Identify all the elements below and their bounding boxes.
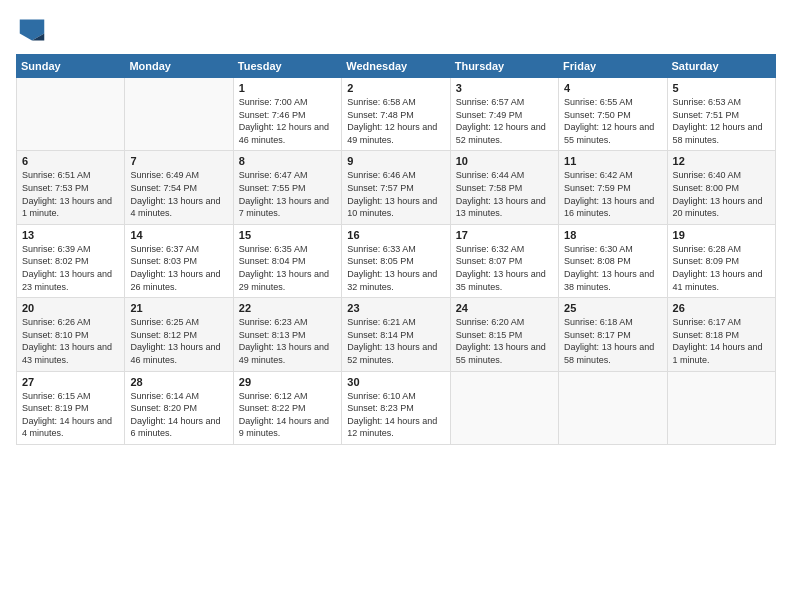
day-info: Sunrise: 6:53 AM Sunset: 7:51 PM Dayligh… <box>673 96 770 146</box>
day-info: Sunrise: 6:33 AM Sunset: 8:05 PM Dayligh… <box>347 243 444 293</box>
calendar-cell: 8Sunrise: 6:47 AM Sunset: 7:55 PM Daylig… <box>233 151 341 224</box>
day-number: 13 <box>22 229 119 241</box>
weekday-header-sunday: Sunday <box>17 55 125 78</box>
day-number: 30 <box>347 376 444 388</box>
calendar-cell: 12Sunrise: 6:40 AM Sunset: 8:00 PM Dayli… <box>667 151 775 224</box>
calendar-body: 1Sunrise: 7:00 AM Sunset: 7:46 PM Daylig… <box>17 78 776 445</box>
calendar-cell: 22Sunrise: 6:23 AM Sunset: 8:13 PM Dayli… <box>233 298 341 371</box>
calendar-cell: 23Sunrise: 6:21 AM Sunset: 8:14 PM Dayli… <box>342 298 450 371</box>
day-number: 14 <box>130 229 227 241</box>
calendar-cell: 14Sunrise: 6:37 AM Sunset: 8:03 PM Dayli… <box>125 224 233 297</box>
day-number: 3 <box>456 82 553 94</box>
day-info: Sunrise: 6:21 AM Sunset: 8:14 PM Dayligh… <box>347 316 444 366</box>
calendar-cell: 30Sunrise: 6:10 AM Sunset: 8:23 PM Dayli… <box>342 371 450 444</box>
day-number: 1 <box>239 82 336 94</box>
calendar-cell: 3Sunrise: 6:57 AM Sunset: 7:49 PM Daylig… <box>450 78 558 151</box>
day-number: 5 <box>673 82 770 94</box>
week-row-3: 13Sunrise: 6:39 AM Sunset: 8:02 PM Dayli… <box>17 224 776 297</box>
day-number: 4 <box>564 82 661 94</box>
day-number: 26 <box>673 302 770 314</box>
logo-icon <box>16 16 48 44</box>
calendar-cell: 15Sunrise: 6:35 AM Sunset: 8:04 PM Dayli… <box>233 224 341 297</box>
day-info: Sunrise: 6:37 AM Sunset: 8:03 PM Dayligh… <box>130 243 227 293</box>
calendar-cell: 2Sunrise: 6:58 AM Sunset: 7:48 PM Daylig… <box>342 78 450 151</box>
calendar-cell: 28Sunrise: 6:14 AM Sunset: 8:20 PM Dayli… <box>125 371 233 444</box>
calendar-cell: 17Sunrise: 6:32 AM Sunset: 8:07 PM Dayli… <box>450 224 558 297</box>
calendar-cell: 19Sunrise: 6:28 AM Sunset: 8:09 PM Dayli… <box>667 224 775 297</box>
day-info: Sunrise: 6:51 AM Sunset: 7:53 PM Dayligh… <box>22 169 119 219</box>
day-number: 24 <box>456 302 553 314</box>
day-number: 7 <box>130 155 227 167</box>
calendar-cell: 9Sunrise: 6:46 AM Sunset: 7:57 PM Daylig… <box>342 151 450 224</box>
calendar-cell <box>450 371 558 444</box>
day-info: Sunrise: 7:00 AM Sunset: 7:46 PM Dayligh… <box>239 96 336 146</box>
day-number: 6 <box>22 155 119 167</box>
day-info: Sunrise: 6:10 AM Sunset: 8:23 PM Dayligh… <box>347 390 444 440</box>
logo <box>16 16 52 44</box>
day-number: 19 <box>673 229 770 241</box>
day-number: 28 <box>130 376 227 388</box>
day-info: Sunrise: 6:12 AM Sunset: 8:22 PM Dayligh… <box>239 390 336 440</box>
day-number: 11 <box>564 155 661 167</box>
calendar-cell: 10Sunrise: 6:44 AM Sunset: 7:58 PM Dayli… <box>450 151 558 224</box>
day-info: Sunrise: 6:58 AM Sunset: 7:48 PM Dayligh… <box>347 96 444 146</box>
calendar-cell: 7Sunrise: 6:49 AM Sunset: 7:54 PM Daylig… <box>125 151 233 224</box>
day-number: 23 <box>347 302 444 314</box>
weekday-header-tuesday: Tuesday <box>233 55 341 78</box>
calendar-header: SundayMondayTuesdayWednesdayThursdayFrid… <box>17 55 776 78</box>
day-number: 29 <box>239 376 336 388</box>
day-info: Sunrise: 6:26 AM Sunset: 8:10 PM Dayligh… <box>22 316 119 366</box>
weekday-header-thursday: Thursday <box>450 55 558 78</box>
weekday-header-wednesday: Wednesday <box>342 55 450 78</box>
calendar-cell <box>667 371 775 444</box>
day-number: 25 <box>564 302 661 314</box>
day-info: Sunrise: 6:44 AM Sunset: 7:58 PM Dayligh… <box>456 169 553 219</box>
day-number: 15 <box>239 229 336 241</box>
week-row-5: 27Sunrise: 6:15 AM Sunset: 8:19 PM Dayli… <box>17 371 776 444</box>
day-number: 21 <box>130 302 227 314</box>
calendar-cell: 21Sunrise: 6:25 AM Sunset: 8:12 PM Dayli… <box>125 298 233 371</box>
weekday-header-monday: Monday <box>125 55 233 78</box>
day-info: Sunrise: 6:42 AM Sunset: 7:59 PM Dayligh… <box>564 169 661 219</box>
calendar-cell: 1Sunrise: 7:00 AM Sunset: 7:46 PM Daylig… <box>233 78 341 151</box>
calendar-cell: 26Sunrise: 6:17 AM Sunset: 8:18 PM Dayli… <box>667 298 775 371</box>
day-number: 22 <box>239 302 336 314</box>
day-info: Sunrise: 6:18 AM Sunset: 8:17 PM Dayligh… <box>564 316 661 366</box>
day-info: Sunrise: 6:20 AM Sunset: 8:15 PM Dayligh… <box>456 316 553 366</box>
day-info: Sunrise: 6:46 AM Sunset: 7:57 PM Dayligh… <box>347 169 444 219</box>
calendar-cell: 6Sunrise: 6:51 AM Sunset: 7:53 PM Daylig… <box>17 151 125 224</box>
calendar-cell <box>125 78 233 151</box>
weekday-header-saturday: Saturday <box>667 55 775 78</box>
day-number: 20 <box>22 302 119 314</box>
day-number: 17 <box>456 229 553 241</box>
day-number: 8 <box>239 155 336 167</box>
calendar-cell: 4Sunrise: 6:55 AM Sunset: 7:50 PM Daylig… <box>559 78 667 151</box>
day-number: 18 <box>564 229 661 241</box>
day-info: Sunrise: 6:47 AM Sunset: 7:55 PM Dayligh… <box>239 169 336 219</box>
calendar-cell: 24Sunrise: 6:20 AM Sunset: 8:15 PM Dayli… <box>450 298 558 371</box>
page: SundayMondayTuesdayWednesdayThursdayFrid… <box>0 0 792 612</box>
day-info: Sunrise: 6:57 AM Sunset: 7:49 PM Dayligh… <box>456 96 553 146</box>
day-info: Sunrise: 6:39 AM Sunset: 8:02 PM Dayligh… <box>22 243 119 293</box>
day-number: 9 <box>347 155 444 167</box>
day-info: Sunrise: 6:30 AM Sunset: 8:08 PM Dayligh… <box>564 243 661 293</box>
day-info: Sunrise: 6:35 AM Sunset: 8:04 PM Dayligh… <box>239 243 336 293</box>
week-row-1: 1Sunrise: 7:00 AM Sunset: 7:46 PM Daylig… <box>17 78 776 151</box>
week-row-4: 20Sunrise: 6:26 AM Sunset: 8:10 PM Dayli… <box>17 298 776 371</box>
day-info: Sunrise: 6:17 AM Sunset: 8:18 PM Dayligh… <box>673 316 770 366</box>
day-info: Sunrise: 6:23 AM Sunset: 8:13 PM Dayligh… <box>239 316 336 366</box>
calendar-cell <box>17 78 125 151</box>
calendar-table: SundayMondayTuesdayWednesdayThursdayFrid… <box>16 54 776 445</box>
day-info: Sunrise: 6:14 AM Sunset: 8:20 PM Dayligh… <box>130 390 227 440</box>
week-row-2: 6Sunrise: 6:51 AM Sunset: 7:53 PM Daylig… <box>17 151 776 224</box>
calendar-cell: 29Sunrise: 6:12 AM Sunset: 8:22 PM Dayli… <box>233 371 341 444</box>
day-info: Sunrise: 6:40 AM Sunset: 8:00 PM Dayligh… <box>673 169 770 219</box>
day-info: Sunrise: 6:28 AM Sunset: 8:09 PM Dayligh… <box>673 243 770 293</box>
calendar-cell: 27Sunrise: 6:15 AM Sunset: 8:19 PM Dayli… <box>17 371 125 444</box>
calendar-cell: 16Sunrise: 6:33 AM Sunset: 8:05 PM Dayli… <box>342 224 450 297</box>
weekday-header-friday: Friday <box>559 55 667 78</box>
calendar-cell: 20Sunrise: 6:26 AM Sunset: 8:10 PM Dayli… <box>17 298 125 371</box>
day-number: 12 <box>673 155 770 167</box>
weekday-header-row: SundayMondayTuesdayWednesdayThursdayFrid… <box>17 55 776 78</box>
day-number: 27 <box>22 376 119 388</box>
